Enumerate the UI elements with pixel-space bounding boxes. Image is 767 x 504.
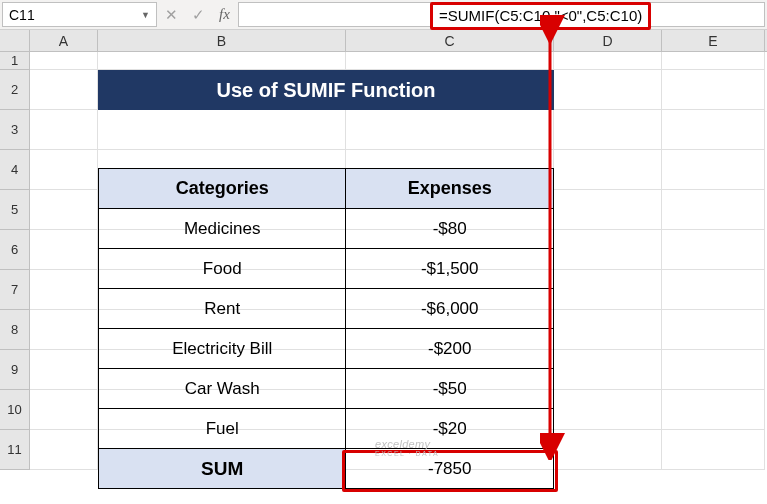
fx-icon[interactable]: fx bbox=[219, 6, 230, 23]
row-header-8[interactable]: 8 bbox=[0, 310, 30, 350]
row-header-2[interactable]: 2 bbox=[0, 70, 30, 110]
cell-expense[interactable]: -$50 bbox=[346, 369, 554, 409]
row-header-3[interactable]: 3 bbox=[0, 110, 30, 150]
cell-expense[interactable]: -$200 bbox=[346, 329, 554, 369]
table-row: Electricity Bill-$200 bbox=[99, 329, 554, 369]
cell[interactable] bbox=[554, 70, 662, 110]
row-header-1[interactable]: 1 bbox=[0, 52, 30, 70]
cell[interactable] bbox=[30, 270, 98, 310]
row-header-5[interactable]: 5 bbox=[0, 190, 30, 230]
sum-label[interactable]: SUM bbox=[99, 449, 346, 489]
cell[interactable] bbox=[662, 390, 765, 430]
table-row: Car Wash-$50 bbox=[99, 369, 554, 409]
cell[interactable] bbox=[554, 390, 662, 430]
cell[interactable] bbox=[30, 310, 98, 350]
cell[interactable] bbox=[98, 52, 346, 70]
cell-category[interactable]: Medicines bbox=[99, 209, 346, 249]
cell[interactable] bbox=[30, 230, 98, 270]
cell-expense[interactable]: -$6,000 bbox=[346, 289, 554, 329]
cell[interactable] bbox=[662, 110, 765, 150]
row-header-4[interactable]: 4 bbox=[0, 150, 30, 190]
cell-expense[interactable]: -$1,500 bbox=[346, 249, 554, 289]
cell[interactable] bbox=[98, 110, 346, 150]
formula-callout: =SUMIF(C5:C10,"<0",C5:C10) bbox=[430, 2, 651, 30]
cell[interactable] bbox=[30, 70, 98, 110]
column-headers: A B C D E bbox=[0, 30, 767, 52]
row-header-10[interactable]: 10 bbox=[0, 390, 30, 430]
cell[interactable] bbox=[30, 430, 98, 470]
formula-text: =SUMIF(C5:C10,"<0",C5:C10) bbox=[439, 7, 642, 24]
row-header-11[interactable]: 11 bbox=[0, 430, 30, 470]
table-title[interactable]: Use of SUMIF Function bbox=[98, 70, 554, 110]
table-row: Rent-$6,000 bbox=[99, 289, 554, 329]
row-header-6[interactable]: 6 bbox=[0, 230, 30, 270]
table-row: Fuel-$20 bbox=[99, 409, 554, 449]
cell[interactable] bbox=[30, 150, 98, 190]
cell[interactable] bbox=[662, 52, 765, 70]
cell-category[interactable]: Rent bbox=[99, 289, 346, 329]
cell[interactable] bbox=[662, 150, 765, 190]
cell[interactable] bbox=[662, 230, 765, 270]
cell[interactable] bbox=[662, 310, 765, 350]
header-categories[interactable]: Categories bbox=[99, 169, 346, 209]
col-header-A[interactable]: A bbox=[30, 30, 98, 51]
formula-bar: C11 ▼ ✕ ✓ fx bbox=[0, 0, 767, 30]
cell[interactable] bbox=[554, 190, 662, 230]
cell[interactable] bbox=[662, 270, 765, 310]
cell[interactable] bbox=[554, 110, 662, 150]
cancel-icon[interactable]: ✕ bbox=[165, 6, 178, 24]
header-expenses[interactable]: Expenses bbox=[346, 169, 554, 209]
cell[interactable] bbox=[662, 430, 765, 470]
cell-expense[interactable]: -$20 bbox=[346, 409, 554, 449]
sum-row: SUM -7850 bbox=[99, 449, 554, 489]
name-box-dropdown-icon[interactable]: ▼ bbox=[141, 10, 150, 20]
cell[interactable] bbox=[554, 230, 662, 270]
table-title-text: Use of SUMIF Function bbox=[217, 79, 436, 102]
cell[interactable] bbox=[554, 270, 662, 310]
cell[interactable] bbox=[554, 310, 662, 350]
enter-icon[interactable]: ✓ bbox=[192, 6, 205, 24]
cell[interactable] bbox=[554, 430, 662, 470]
col-header-B[interactable]: B bbox=[98, 30, 346, 51]
cell[interactable] bbox=[662, 350, 765, 390]
cell-category[interactable]: Fuel bbox=[99, 409, 346, 449]
table-row: Medicines-$80 bbox=[99, 209, 554, 249]
formula-bar-buttons: ✕ ✓ fx bbox=[157, 0, 238, 29]
data-table: Categories Expenses Medicines-$80 Food-$… bbox=[98, 168, 554, 489]
worksheet: A B C D E 1 2 3 4 5 6 7 8 9 10 11 Use of… bbox=[0, 30, 767, 504]
cell[interactable] bbox=[346, 52, 554, 70]
cell[interactable] bbox=[662, 70, 765, 110]
row-header-7[interactable]: 7 bbox=[0, 270, 30, 310]
cell-expense[interactable]: -$80 bbox=[346, 209, 554, 249]
cell[interactable] bbox=[30, 390, 98, 430]
cell[interactable] bbox=[30, 52, 98, 70]
name-box[interactable]: C11 ▼ bbox=[2, 2, 157, 27]
cell-category[interactable]: Electricity Bill bbox=[99, 329, 346, 369]
sum-value[interactable]: -7850 bbox=[346, 449, 554, 489]
col-header-D[interactable]: D bbox=[554, 30, 662, 51]
cell[interactable] bbox=[346, 110, 554, 150]
name-box-value: C11 bbox=[9, 7, 141, 23]
cell-category[interactable]: Car Wash bbox=[99, 369, 346, 409]
cell[interactable] bbox=[662, 190, 765, 230]
table-row: Food-$1,500 bbox=[99, 249, 554, 289]
cell[interactable] bbox=[30, 110, 98, 150]
cell[interactable] bbox=[554, 350, 662, 390]
row-header-9[interactable]: 9 bbox=[0, 350, 30, 390]
cell[interactable] bbox=[554, 52, 662, 70]
col-header-C[interactable]: C bbox=[346, 30, 554, 51]
cell[interactable] bbox=[554, 150, 662, 190]
cell-category[interactable]: Food bbox=[99, 249, 346, 289]
select-all-cell[interactable] bbox=[0, 30, 30, 51]
cell[interactable] bbox=[30, 350, 98, 390]
col-header-E[interactable]: E bbox=[662, 30, 765, 51]
cell[interactable] bbox=[30, 190, 98, 230]
